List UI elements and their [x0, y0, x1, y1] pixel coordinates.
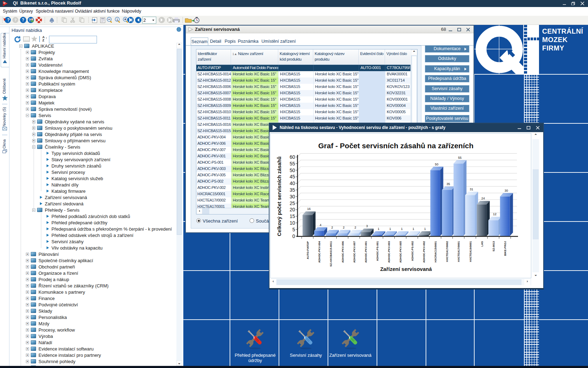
svg-text:30: 30 — [505, 189, 508, 192]
svg-text:1: 1 — [389, 227, 391, 231]
svg-text:20: 20 — [289, 207, 295, 212]
svg-text:HXCTEA17/0002: HXCTEA17/0002 — [446, 241, 449, 262]
svg-text:1: 1 — [378, 227, 379, 231]
svg-text:30: 30 — [289, 194, 295, 199]
svg-text:Zařízení servisovaná: Zařízení servisovaná — [380, 266, 432, 272]
svg-text:40: 40 — [289, 180, 295, 186]
svg-text:24: 24 — [481, 197, 485, 200]
svg-text:SZ-0013: SZ-0013 — [492, 241, 495, 252]
svg-text:ADHOC-PKV-007: ADHOC-PKV-007 — [353, 241, 356, 263]
svg-text:?: ? — [22, 18, 24, 22]
svg-text:1: 1 — [413, 227, 414, 231]
svg-text:35: 35 — [447, 182, 450, 186]
svg-text:5: 5 — [292, 227, 295, 232]
svg-text:Celkový počet servisních zásah: Celkový počet servisních zásahů — [276, 156, 282, 236]
svg-text:50: 50 — [289, 168, 295, 173]
svg-text:2: 2 — [355, 226, 356, 229]
svg-text:25: 25 — [289, 200, 295, 206]
svg-text:ADHOC-PKV-001: ADHOC-PKV-001 — [364, 241, 368, 263]
svg-text:?: ? — [29, 18, 31, 22]
svg-text:0: 0 — [292, 233, 295, 239]
svg-text:16: 16 — [307, 207, 310, 211]
svg-text:ADHOC-PKV-006: ADHOC-PKV-006 — [341, 241, 344, 263]
svg-text:1: 1 — [401, 227, 402, 231]
svg-text:ADHOC-PS-002: ADHOC-PS-002 — [411, 241, 414, 261]
svg-text:AUTO-FIATDP: AUTO-FIATDP — [306, 241, 309, 259]
svg-text:?: ? — [7, 18, 9, 22]
svg-text:55: 55 — [289, 161, 295, 166]
svg-text:12: 12 — [493, 212, 496, 216]
svg-text:HXCTEA17/0001: HXCTEA17/0001 — [457, 241, 460, 262]
svg-text:60: 60 — [289, 154, 295, 160]
svg-text:50: 50 — [435, 163, 438, 166]
svg-text:2: 2 — [343, 226, 344, 229]
svg-text:SZ-HXCBAS15-0011: SZ-HXCBAS15-0011 — [329, 241, 332, 266]
svg-text:55: 55 — [458, 156, 462, 159]
svg-text:LAS: LAS — [481, 241, 484, 246]
svg-text:4: 4 — [320, 223, 321, 227]
svg-text:35: 35 — [289, 187, 295, 193]
svg-text:10: 10 — [289, 220, 295, 226]
svg-text:HXCTEA19/0001: HXCTEA19/0001 — [469, 241, 472, 262]
svg-text:1: 1 — [424, 227, 426, 231]
svg-text:HXCRAC15/0001: HXCRAC15/0001 — [434, 241, 437, 262]
svg-text:2: 2 — [143, 18, 146, 23]
svg-text:2: 2 — [331, 226, 333, 229]
svg-text:?: ? — [14, 18, 17, 22]
svg-text:QI: QI — [3, 2, 6, 4]
svg-text:ADHOC-PKV-003: ADHOC-PKV-003 — [387, 241, 391, 263]
svg-text:1: 1 — [116, 18, 118, 21]
svg-text:45: 45 — [289, 174, 295, 179]
svg-text:3: 3 — [366, 224, 368, 228]
svg-text:31: 31 — [470, 188, 473, 191]
svg-text:BIKE-PROJ: BIKE-PROJ — [504, 241, 507, 256]
svg-text:Graf - Počet servisních zásahů: Graf - Počet servisních zásahů na zaříze… — [318, 142, 474, 150]
svg-text:ADHOC-PKV-002: ADHOC-PKV-002 — [422, 241, 426, 263]
svg-text:ADHOC-PKV-005: ADHOC-PKV-005 — [399, 241, 402, 263]
svg-text:ADHOC-PKV-004: ADHOC-PKV-004 — [318, 241, 321, 263]
svg-text:ADHOC-PS-001: ADHOC-PS-001 — [376, 241, 379, 261]
svg-text:15: 15 — [289, 213, 295, 219]
